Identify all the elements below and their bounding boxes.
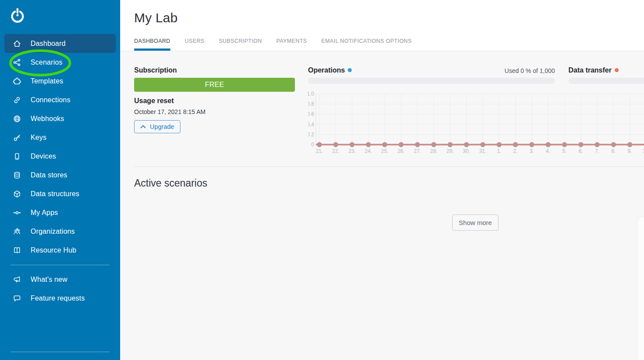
svg-text:6.: 6. (578, 148, 583, 154)
integromat-logo-icon[interactable] (10, 8, 25, 24)
sidebar-item-label: Keys (31, 134, 46, 142)
link-icon (13, 96, 21, 104)
show-more-button[interactable]: Show more (452, 215, 499, 231)
app-root: Dashboard Scenarios Templates Connection… (0, 0, 644, 360)
tab-users[interactable]: USERS (185, 38, 204, 51)
home-icon (13, 39, 21, 48)
sidebar-item-label: Connections (31, 96, 70, 104)
operations-label: Operations (308, 66, 345, 74)
sidebar-item-label: Data structures (31, 190, 79, 198)
data-transfer-label: Data transfer (568, 66, 612, 74)
svg-text:21.: 21. (316, 148, 323, 154)
smartphone-icon (13, 152, 21, 161)
svg-text:27.: 27. (414, 148, 421, 154)
sidebar-item-whats-new[interactable]: What's new (4, 270, 116, 289)
sidebar-item-webhooks[interactable]: Webhooks (4, 109, 116, 128)
svg-text:9.: 9. (628, 148, 632, 154)
sidebar-item-label: Webhooks (31, 115, 64, 123)
sidebar-divider (10, 352, 110, 352)
operations-progress-bar (308, 78, 555, 84)
sidebar-item-data-stores[interactable]: Data stores (4, 166, 116, 184)
operations-used-text: Used 0 % of 1,000 (505, 67, 555, 74)
subscription-heading: Subscription (134, 66, 177, 74)
svg-text:30.: 30. (463, 148, 470, 154)
tab-payments[interactable]: PAYMENTS (276, 38, 307, 51)
data-transfer-heading: Data transfer (568, 66, 619, 74)
svg-text:23.: 23. (348, 148, 356, 154)
upgrade-button-label: Upgrade (150, 123, 174, 130)
sidebar-item-feature-requests[interactable]: Feature requests (4, 289, 116, 308)
sidebar-item-templates[interactable]: Templates (4, 72, 116, 90)
sidebar-item-label: Templates (31, 77, 63, 85)
sidebar-item-data-structures[interactable]: Data structures (4, 184, 116, 203)
puzzle-icon (13, 77, 21, 86)
svg-text:29.: 29. (447, 148, 454, 154)
node-icon (13, 208, 21, 217)
share-network-icon (13, 58, 21, 67)
database-icon (13, 171, 21, 180)
svg-text:8.: 8. (611, 148, 616, 154)
data-transfer-progress-bar (568, 78, 644, 84)
sidebar-item-label: What's new (31, 276, 67, 284)
page-header: My Lab DASHBOARD USERS SUBSCRIPTION PAYM… (120, 0, 644, 51)
operations-heading: Operations (308, 66, 352, 74)
svg-text:7.: 7. (595, 148, 599, 154)
usage-chart: 00.20.40.60.81.021.22.23.24.25.26.27.28.… (308, 90, 644, 156)
sidebar-item-keys[interactable]: Keys (4, 128, 116, 147)
tab-dashboard[interactable]: DASHBOARD (134, 38, 170, 51)
usage-reset-heading: Usage reset (134, 97, 174, 105)
svg-text:0.2: 0.2 (308, 132, 314, 138)
sidebar-item-my-apps[interactable]: My Apps (4, 203, 116, 222)
sidebar-item-scenarios[interactable]: Scenarios (4, 53, 116, 72)
active-scenarios-heading: Active scenarios (134, 177, 207, 189)
people-icon (13, 227, 21, 236)
cube-icon (13, 190, 21, 198)
tab-email-notifications-options[interactable]: EMAIL NOTIFICATIONS OPTIONS (322, 38, 412, 51)
sidebar-divider (10, 265, 110, 265)
sidebar-item-label: Devices (31, 152, 56, 160)
svg-text:26.: 26. (398, 148, 405, 154)
svg-text:25.: 25. (381, 148, 388, 154)
svg-text:0.4: 0.4 (308, 121, 314, 128)
sidebar-item-resource-hub[interactable]: Resource Hub (4, 241, 116, 260)
sidebar-item-label: Resource Hub (31, 246, 76, 254)
svg-text:31.: 31. (479, 148, 487, 154)
svg-text:24.: 24. (365, 148, 372, 154)
sidebar-item-label: Data stores (31, 171, 67, 179)
svg-text:0: 0 (311, 142, 314, 148)
sidebar-item-label: My Apps (31, 209, 58, 217)
sidebar-item-dashboard[interactable]: Dashboard (4, 34, 116, 53)
megaphone-icon (13, 275, 21, 284)
sidebar-item-label: Feature requests (31, 294, 85, 302)
usage-chart-svg: 00.20.40.60.81.021.22.23.24.25.26.27.28.… (308, 90, 644, 156)
svg-text:1.0: 1.0 (308, 91, 314, 97)
svg-text:28.: 28. (430, 148, 437, 154)
sidebar-item-label: Dashboard (31, 40, 66, 48)
upgrade-button[interactable]: Upgrade (134, 120, 180, 133)
tab-subscription[interactable]: SUBSCRIPTION (219, 38, 262, 51)
usage-reset-value: October 17, 2021 8:15 AM (134, 108, 205, 115)
svg-text:1.: 1. (497, 148, 501, 154)
chevron-up-icon (140, 125, 146, 128)
svg-text:22.: 22. (332, 148, 339, 154)
open-book-icon (13, 246, 21, 255)
sidebar-item-label: Organizations (31, 228, 75, 235)
sidebar-item-devices[interactable]: Devices (4, 147, 116, 166)
operations-legend-dot (348, 68, 352, 72)
sidebar: Dashboard Scenarios Templates Connection… (0, 0, 120, 360)
speech-bubble-icon (13, 294, 21, 303)
svg-text:10.: 10. (643, 148, 644, 154)
sidebar-item-organizations[interactable]: Organizations (4, 222, 116, 241)
data-transfer-legend-dot (615, 68, 619, 72)
globe-icon (13, 114, 21, 123)
corner-panel-edge (637, 217, 644, 360)
tab-bar: DASHBOARD USERS SUBSCRIPTION PAYMENTS EM… (134, 38, 412, 51)
section-divider (134, 166, 644, 167)
sidebar-item-connections[interactable]: Connections (4, 90, 116, 109)
svg-text:4.: 4. (546, 148, 551, 154)
svg-text:5.: 5. (562, 148, 567, 154)
svg-text:3.: 3. (530, 148, 534, 154)
key-icon (13, 133, 21, 142)
svg-text:0.6: 0.6 (308, 111, 314, 117)
svg-text:2.: 2. (513, 148, 518, 154)
